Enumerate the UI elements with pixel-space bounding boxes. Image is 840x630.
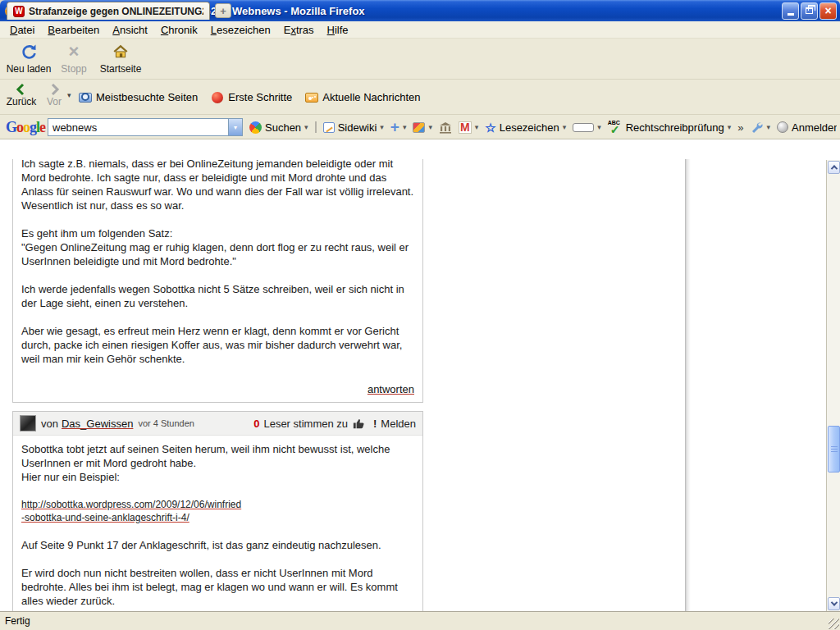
google-logo: Google — [6, 119, 45, 136]
page-content: Ich sagte z.B. niemals, dass er bei Onli… — [0, 159, 840, 611]
gmail-icon: M — [459, 121, 472, 134]
thumbs-up-icon[interactable] — [352, 418, 364, 430]
bookmark-item-getting-started[interactable]: Erste Schritte — [211, 91, 292, 104]
close-button[interactable]: × — [819, 2, 837, 20]
signin-ball-icon — [777, 121, 788, 133]
menu-item-datei[interactable]: Datei — [3, 22, 41, 38]
gtb-gmail-caret-icon[interactable]: ▾ — [475, 124, 479, 131]
comment-item: Ich sagte z.B. niemals, dass er bei Onli… — [12, 159, 423, 403]
rss-folder-icon — [305, 93, 318, 103]
gtb-sidewiki-button[interactable]: Sidewiki ▾ — [323, 121, 384, 134]
gtb-spellcheck-label: Rechtschreibprüfung — [626, 121, 724, 134]
google-logo-letter: g — [30, 119, 36, 135]
navigation-toolbar: Neu laden × Stopp Startseite W ☆ ▾ ▾ — [0, 39, 840, 80]
browser-window: Strafanzeige gegen ONLINEZEITUNG24 - Web… — [0, 0, 840, 630]
gtb-sidewiki-caret-icon[interactable]: ▾ — [380, 124, 384, 131]
spellcheck-icon: ABC✓ — [608, 121, 623, 134]
external-link[interactable]: http://sobottka.wordpress.com/2009/12/06… — [21, 498, 241, 524]
reply-link[interactable]: antworten — [368, 383, 414, 395]
menu-item-bearbeiten[interactable]: Bearbeiten — [41, 22, 106, 38]
scroll-down-icon — [830, 599, 837, 605]
google-search-field[interactable]: ▾ — [48, 118, 243, 136]
google-logo-letter: G — [6, 119, 16, 135]
gtb-spellcheck-caret-icon[interactable]: ▾ — [728, 124, 732, 131]
home-button[interactable]: Startseite — [95, 41, 146, 77]
gtb-add-caret-icon[interactable]: ▾ — [403, 124, 407, 131]
report-mark: ! — [373, 418, 377, 430]
stop-icon: × — [69, 43, 80, 60]
back-button[interactable]: Zurück — [3, 83, 39, 107]
gtb-bookmarks-caret-icon[interactable]: ▾ — [563, 124, 567, 131]
resize-grip[interactable] — [829, 619, 839, 629]
comment-header: von Das_Gewissen vor 4 Stunden 0 Leser s… — [13, 412, 422, 436]
gtb-photos-caret-icon[interactable]: ▾ — [428, 124, 432, 131]
bookmark-label: Erste Schritte — [228, 91, 292, 103]
bookmark-item-most-visited[interactable]: Meistbesuchte Seiten — [79, 91, 198, 104]
comment-body: Ich sagte z.B. niemals, dass er bei Onli… — [13, 159, 422, 383]
scrollbar-thumb[interactable] — [828, 426, 840, 472]
forward-label: Vor — [47, 96, 62, 107]
getting-started-icon — [212, 92, 223, 103]
photos-icon — [413, 122, 425, 133]
reload-label: Neu laden — [5, 63, 52, 75]
stop-button[interactable]: × Stopp — [54, 41, 94, 77]
comment-paragraph: Ich werde jedenfalls wegen Sobottka nich… — [21, 282, 414, 310]
comments-column: Ich sagte z.B. niemals, dass er bei Onli… — [12, 159, 423, 611]
author-link[interactable]: Das_Gewissen — [62, 418, 133, 430]
google-query-caret-icon[interactable]: ▾ — [228, 119, 242, 135]
scrollbar-grip — [831, 446, 838, 452]
bookmark-label: Aktuelle Nachrichten — [322, 91, 420, 103]
gtb-search-caret-icon[interactable]: ▾ — [304, 124, 308, 131]
menu-item-hilfe[interactable]: Hilfe — [321, 22, 355, 38]
gtb-finance-button[interactable] — [439, 121, 452, 134]
gtb-spellcheck-button[interactable]: ABC✓ Rechtschreibprüfung ▾ — [608, 121, 732, 134]
history-dropdown-caret-icon[interactable]: ▾ — [67, 91, 71, 99]
back-icon — [15, 83, 28, 96]
comment-paragraph: Es geht ihm um folgenden Satz: "Gegen On… — [21, 226, 414, 268]
gtb-pagerank-button[interactable]: ▾ — [573, 123, 601, 132]
gtb-add-button[interactable]: + ▾ — [390, 121, 407, 133]
google-ball-icon — [249, 121, 262, 134]
comment-paragraph: Er wird doch nun nicht bestreiten wollen… — [21, 566, 414, 608]
gtb-signin-button[interactable]: Anmelden ▾ — [777, 121, 837, 134]
gtb-gmail-button[interactable]: M ▾ — [459, 121, 478, 134]
gtb-signin-label: Anmelden — [792, 121, 837, 134]
menu-item-ansicht[interactable]: Ansicht — [106, 22, 154, 38]
google-logo-letter: e — [39, 119, 45, 135]
scroll-down-button[interactable] — [828, 597, 840, 610]
report-link[interactable]: Melden — [381, 418, 416, 430]
gtb-pagerank-caret-icon[interactable]: ▾ — [597, 124, 601, 131]
scroll-up-button[interactable] — [828, 161, 840, 174]
back-label: Zurück — [7, 96, 37, 107]
gtb-search-button[interactable]: Suchen ▾ — [249, 121, 308, 134]
bookmark-item-latest-news[interactable]: Aktuelle Nachrichten — [305, 91, 420, 104]
tab-active[interactable]: W Strafanzeige gegen ONLINEZEITUNG2... — [7, 2, 210, 20]
bookmarks-star-icon: ☆ — [485, 121, 495, 134]
gtb-photos-button[interactable]: ▾ — [413, 122, 432, 133]
vote-label: Leser stimmen zu — [263, 418, 348, 430]
gtb-settings-caret-icon[interactable]: ▾ — [766, 124, 770, 131]
tab-title: Strafanzeige gegen ONLINEZEITUNG2... — [29, 6, 203, 17]
bookmarks-toolbar: Zurück Vor ▾ Meistbesuchte Seiten Erste … — [0, 80, 840, 115]
restore-icon — [806, 7, 813, 14]
google-logo-letter: o — [16, 119, 23, 135]
gtb-bookmarks-button[interactable]: ☆ Lesezeichen ▾ — [485, 121, 566, 134]
toolbar-overflow-chevron[interactable]: » — [737, 121, 743, 134]
comment-body: Sobottka tobt jetzt auf seinen Seiten he… — [13, 436, 422, 611]
gtb-search-label: Suchen — [265, 121, 301, 134]
gtb-settings-button[interactable]: ▾ — [750, 121, 770, 134]
menu-item-lesezeichen[interactable]: Lesezeichen — [204, 22, 277, 38]
menu-item-chronik[interactable]: Chronik — [154, 22, 204, 38]
menu-item-extras[interactable]: Extras — [277, 22, 321, 38]
comment-paragraph: Auf Seite 9 Punkt 17 der Anklageschrift,… — [21, 538, 414, 552]
google-query-input[interactable] — [48, 119, 228, 135]
main-scrollbar[interactable] — [826, 160, 840, 611]
home-icon — [95, 41, 146, 62]
restore-button[interactable] — [801, 2, 818, 20]
reload-button[interactable]: Neu laden — [5, 41, 52, 77]
new-tab-button[interactable]: + — [215, 3, 231, 18]
toolbar-handle[interactable] — [315, 121, 317, 133]
scroll-up-icon — [830, 165, 837, 171]
minimize-icon — [788, 13, 794, 16]
minimize-button[interactable] — [782, 2, 799, 20]
